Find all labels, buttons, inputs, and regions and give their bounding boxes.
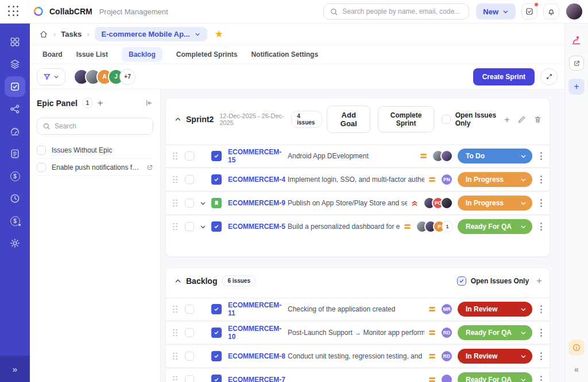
row-menu-icon[interactable] <box>539 197 544 209</box>
assignee-avatar[interactable] <box>440 150 453 162</box>
issue-row[interactable]: ECOMMERCEM-5 Build a personalized dashbo… <box>166 216 550 237</box>
epic-item-issues-without-epic[interactable]: Issues Without Epic <box>37 142 153 159</box>
breadcrumb-tasks[interactable]: Tasks <box>61 30 82 38</box>
open-epic-icon[interactable] <box>146 164 153 171</box>
status-dropdown[interactable]: In Progress <box>458 196 532 211</box>
row-menu-icon[interactable] <box>539 150 544 162</box>
open-external-button[interactable] <box>569 56 584 71</box>
status-dropdown[interactable]: Ready For QA <box>458 372 532 382</box>
assignee-avatar[interactable]: MR <box>440 303 453 315</box>
issue-title[interactable]: Publish on App Store/Play Store and set … <box>288 199 407 207</box>
new-button[interactable]: New <box>476 3 516 20</box>
issue-row[interactable]: ECOMMERCEM-15 Android App DEvelopment To… <box>166 145 550 167</box>
nav-settings-gear-icon[interactable] <box>5 233 25 254</box>
issue-id-link[interactable]: ECOMMERCEM-10 <box>228 325 288 341</box>
issue-title[interactable]: Conduct unit testing, regression testing… <box>288 352 424 360</box>
row-menu-icon[interactable] <box>539 220 544 233</box>
issue-title[interactable]: Implement login, SSO, and multi-factor a… <box>288 176 424 184</box>
open-issues-checkbox[interactable] <box>442 115 451 124</box>
add-panel-button[interactable]: + <box>568 79 585 95</box>
collapse-panel-button[interactable] <box>145 99 153 107</box>
tab-notification-settings[interactable]: Notification Settings <box>251 50 318 59</box>
tab-issue-list[interactable]: Issue List <box>76 50 108 59</box>
add-issue-button[interactable]: + <box>536 276 542 286</box>
drag-handle-icon[interactable] <box>173 329 177 337</box>
row-menu-icon[interactable] <box>539 350 544 362</box>
issue-title[interactable]: Checking of the application created <box>288 305 424 313</box>
bell-button[interactable] <box>543 3 559 20</box>
delete-sprint-button[interactable] <box>533 115 542 124</box>
nav-layers-icon[interactable] <box>5 54 25 75</box>
issue-id-link[interactable]: ECOMMERCEM-9 <box>228 199 288 207</box>
epic-search[interactable] <box>37 118 153 135</box>
epic-checkbox[interactable] <box>37 146 46 155</box>
row-checkbox[interactable] <box>185 175 194 184</box>
open-issues-only-toggle[interactable]: Open Issues Only <box>457 276 529 286</box>
user-avatar[interactable] <box>566 3 582 20</box>
epic-search-input[interactable] <box>55 122 148 130</box>
nav-billing-icon[interactable]: $ <box>5 166 25 186</box>
nav-reports-icon[interactable] <box>5 143 25 164</box>
drag-handle-icon[interactable] <box>173 306 177 313</box>
project-selector[interactable]: E-commerce Mobile Ap... <box>95 27 207 41</box>
issue-id-link[interactable]: ECOMMERCEM-4 <box>228 176 288 184</box>
nav-share-icon[interactable] <box>5 99 25 119</box>
favorite-star-icon[interactable]: ★ <box>215 28 223 40</box>
issue-title[interactable]: Build a personalized dashboard for emplo… <box>288 223 400 231</box>
add-issue-button[interactable]: + <box>504 115 510 124</box>
complete-sprint-button[interactable]: Complete Sprint <box>378 106 434 132</box>
row-checkbox[interactable] <box>185 375 194 382</box>
status-dropdown[interactable]: Ready For QA <box>458 219 532 234</box>
issue-row[interactable]: ECOMMERCEM-8 Conduct unit testing, regre… <box>166 345 550 367</box>
panel-collapse-button[interactable]: « <box>574 365 579 374</box>
row-checkbox[interactable] <box>185 222 194 231</box>
issue-row[interactable]: ECOMMERCEM-9 Publish on App Store/Play S… <box>166 192 550 214</box>
app-launcher-icon[interactable] <box>8 6 20 17</box>
row-checkbox[interactable] <box>185 328 194 337</box>
create-sprint-button[interactable]: Create Sprint <box>473 68 535 85</box>
row-menu-icon[interactable] <box>539 373 544 382</box>
row-checkbox[interactable] <box>185 305 194 314</box>
open-issues-only-toggle[interactable]: Open Issues Only <box>442 111 497 127</box>
status-dropdown[interactable]: In Review <box>458 302 532 317</box>
issue-id-link[interactable]: ECOMMERCEM-7 <box>228 376 288 382</box>
nav-dashboard-icon[interactable] <box>5 32 25 52</box>
tab-board[interactable]: Board <box>42 50 63 59</box>
fullscreen-button[interactable] <box>540 68 558 85</box>
tab-completed-sprints[interactable]: Completed Sprints <box>176 50 238 59</box>
issue-id-link[interactable]: ECOMMERCEM-5 <box>228 223 288 231</box>
drag-handle-icon[interactable] <box>173 376 177 382</box>
assignee-overflow-badge[interactable]: 1 <box>442 221 453 232</box>
issue-title[interactable]: Android App DEvelopment <box>288 152 416 160</box>
row-checkbox[interactable] <box>185 151 194 161</box>
global-search[interactable] <box>323 3 469 20</box>
tab-backlog[interactable]: Backlog <box>122 47 163 62</box>
sidebar-expand-button[interactable]: » <box>0 356 30 382</box>
issue-row[interactable]: ECOMMERCEM-11 Checking of the applicatio… <box>166 298 550 320</box>
issue-row[interactable]: ECOMMERCEM-7 Ready For QA <box>166 369 550 382</box>
row-menu-icon[interactable] <box>539 326 544 339</box>
support-icon[interactable] <box>569 33 584 48</box>
status-dropdown[interactable]: Ready For QA <box>458 325 532 340</box>
epic-checkbox[interactable] <box>37 163 46 172</box>
issue-id-link[interactable]: ECOMMERCEM-8 <box>228 352 288 360</box>
nav-subscription-icon[interactable]: $ <box>5 211 25 231</box>
row-checkbox[interactable] <box>185 352 194 361</box>
issue-id-link[interactable]: ECOMMERCEM-11 <box>228 301 288 317</box>
nav-tasks-icon[interactable] <box>5 76 25 97</box>
assignee-avatar[interactable] <box>440 197 453 209</box>
home-icon[interactable] <box>39 30 48 39</box>
collapse-sprint-icon[interactable] <box>175 116 181 123</box>
drag-handle-icon[interactable] <box>173 223 177 231</box>
issue-id-link[interactable]: ECOMMERCEM-15 <box>228 148 288 164</box>
status-dropdown[interactable]: To Do <box>458 149 532 163</box>
issue-title[interactable]: Post-Launch Support → Monitor app perfor… <box>288 329 424 337</box>
collapse-backlog-icon[interactable] <box>175 278 181 284</box>
row-menu-icon[interactable] <box>539 303 544 315</box>
open-issues-checkbox-checked[interactable] <box>457 276 466 286</box>
drag-handle-icon[interactable] <box>173 153 177 160</box>
add-goal-button[interactable]: Add Goal <box>327 106 370 133</box>
nav-gauge-icon[interactable] <box>5 121 25 142</box>
add-epic-button[interactable]: + <box>98 98 103 108</box>
expand-row-icon[interactable] <box>200 200 206 206</box>
